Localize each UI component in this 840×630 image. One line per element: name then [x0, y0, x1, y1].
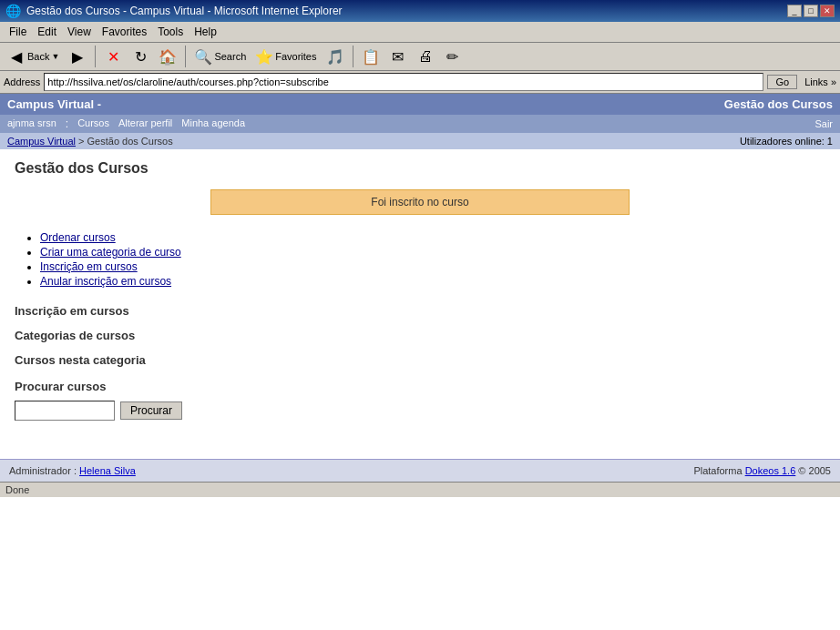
search-icon: 🔍	[194, 47, 212, 66]
toolbar-separator-1	[95, 46, 96, 67]
back-icon: ◀	[7, 47, 26, 66]
list-item: Ordenar cursos	[40, 231, 825, 244]
menu-view[interactable]: View	[62, 24, 97, 40]
go-button[interactable]: Go	[767, 75, 797, 89]
link-inscricao[interactable]: Inscrição em cursos	[40, 260, 138, 273]
menubar: File Edit View Favorites Tools Help	[0, 22, 840, 43]
navbar-right: Sair	[814, 117, 833, 130]
nav-separator-1: :	[66, 117, 68, 130]
footer-platform: Plataforma Dokeos 1.6 © 2005	[693, 465, 831, 476]
address-label: Address	[4, 76, 40, 87]
toolbar-separator-3	[353, 46, 353, 67]
minimize-button[interactable]: _	[787, 5, 802, 17]
nav-alterar-perfil[interactable]: Alterar perfil	[118, 117, 172, 130]
history-icon: 📋	[362, 47, 380, 66]
links-list: Ordenar cursos Criar uma categoria de cu…	[40, 231, 825, 288]
menu-edit[interactable]: Edit	[32, 24, 62, 40]
breadcrumb-separator: >	[78, 136, 87, 147]
history-button[interactable]: 📋	[358, 46, 384, 67]
users-online: Utilizadores online: 1	[740, 136, 833, 147]
breadcrumb-home[interactable]: Campus Virtual	[7, 136, 76, 147]
ie-icon: 🌐	[5, 4, 21, 18]
navbar: ajnma srsn : Cursos Alterar perfil Minha…	[0, 115, 840, 133]
admin-name-link[interactable]: Helena Silva	[79, 465, 136, 476]
footer-admin: Administrador : Helena Silva	[9, 465, 136, 476]
close-button[interactable]: ✕	[820, 5, 835, 17]
forward-button[interactable]: ▶	[65, 46, 90, 67]
mail-icon: ✉	[389, 47, 407, 66]
toolbar-separator-2	[185, 46, 186, 67]
search-section: Procurar cursos Procurar	[15, 380, 825, 421]
platform-name-link[interactable]: Dokeos 1.6	[745, 465, 796, 476]
logout-link[interactable]: Sair	[814, 118, 833, 129]
edit-icon: ✏	[444, 47, 462, 66]
app-header: Campus Virtual - Gestão dos Cursos	[0, 94, 840, 115]
nav-courses[interactable]: Cursos	[77, 117, 109, 130]
links-label: Links »	[804, 76, 836, 87]
maximize-button[interactable]: □	[804, 5, 818, 17]
search-input[interactable]	[15, 401, 115, 421]
toolbar: ◀ Back ▼ ▶ ✕ ↻ 🏠 🔍 Search ⭐ Favorites 🎵 …	[0, 43, 840, 71]
stop-button[interactable]: ✕	[100, 46, 126, 67]
home-button[interactable]: 🏠	[155, 46, 180, 67]
section-inscription-header: Inscrição em cursos	[15, 304, 825, 318]
edit-button[interactable]: ✏	[440, 46, 466, 67]
addressbar: Address Go Links »	[0, 71, 840, 94]
menu-favorites[interactable]: Favorites	[97, 24, 152, 40]
menu-help[interactable]: Help	[189, 24, 222, 40]
main-content: Gestão dos Cursos Foi inscrito no curso …	[0, 149, 840, 459]
search-button[interactable]: 🔍 Search	[190, 46, 250, 67]
page-title: Gestão dos Cursos	[15, 160, 825, 177]
refresh-button[interactable]: ↻	[128, 46, 153, 67]
back-button[interactable]: ◀ Back ▼	[4, 46, 63, 67]
link-ordenar-cursos[interactable]: Ordenar cursos	[40, 231, 116, 244]
admin-label: Administrador :	[9, 465, 77, 476]
back-dropdown-icon[interactable]: ▼	[51, 52, 59, 61]
nav-minha-agenda[interactable]: Minha agenda	[181, 117, 245, 130]
window-titlebar: 🌐 Gestão dos Cursos - Campus Virtual - M…	[0, 0, 840, 22]
print-icon: 🖨	[416, 47, 435, 66]
link-criar-categoria[interactable]: Criar uma categoria de curso	[40, 246, 181, 259]
link-anular-inscricao[interactable]: Anular inscrição em cursos	[40, 275, 171, 288]
platform-text: Plataforma	[693, 465, 742, 476]
app-header-right: Gestão dos Cursos	[724, 97, 833, 111]
copyright-text: © 2005	[798, 465, 831, 476]
statusbar: Done	[0, 482, 840, 497]
list-item: Inscrição em cursos	[40, 260, 825, 273]
search-label: Procurar cursos	[15, 380, 825, 393]
section-categories-header: Categorias de cursos	[15, 329, 825, 342]
home-icon: 🏠	[159, 47, 177, 66]
list-item: Criar uma categoria de curso	[40, 246, 825, 259]
mail-button[interactable]: ✉	[385, 46, 411, 67]
refresh-icon: ↻	[131, 47, 149, 66]
search-button[interactable]: Procurar	[120, 401, 182, 420]
window-controls[interactable]: _ □ ✕	[787, 5, 835, 17]
address-input[interactable]	[44, 73, 763, 91]
nav-user[interactable]: ajnma srsn	[7, 117, 56, 130]
footer: Administrador : Helena Silva Plataforma …	[0, 459, 840, 482]
favorites-button[interactable]: ⭐ Favorites	[251, 46, 320, 67]
menu-file[interactable]: File	[4, 24, 32, 40]
section-courses-header: Cursos nesta categoria	[15, 353, 825, 367]
window-title: Gestão dos Cursos - Campus Virtual - Mic…	[26, 5, 343, 17]
forward-icon: ▶	[68, 47, 87, 66]
breadcrumb: Campus Virtual > Gestão dos Cursos	[7, 136, 173, 147]
breadcrumb-bar: Campus Virtual > Gestão dos Cursos Utili…	[0, 133, 840, 149]
menu-tools[interactable]: Tools	[152, 24, 189, 40]
search-row: Procurar	[15, 401, 825, 421]
notification-box: Foi inscrito no curso	[210, 189, 630, 215]
list-item: Anular inscrição em cursos	[40, 275, 825, 288]
print-button[interactable]: 🖨	[413, 46, 438, 67]
stop-icon: ✕	[104, 47, 122, 66]
navbar-left: ajnma srsn : Cursos Alterar perfil Minha…	[7, 117, 245, 130]
app-header-left: Campus Virtual -	[7, 97, 101, 111]
media-button[interactable]: 🎵	[323, 46, 348, 67]
breadcrumb-current: Gestão dos Cursos	[87, 136, 173, 147]
statusbar-text: Done	[5, 484, 29, 495]
favorites-icon: ⭐	[255, 47, 273, 66]
notification-text: Foi inscrito no curso	[371, 196, 468, 208]
media-icon: 🎵	[326, 47, 344, 66]
